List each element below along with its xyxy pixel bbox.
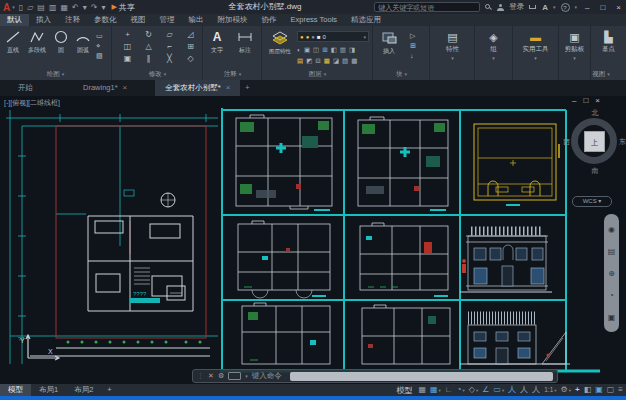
file-tab-drawing1[interactable]: Drawing1* × xyxy=(73,80,137,96)
search-icon[interactable] xyxy=(485,4,492,11)
ribbon-tab-output[interactable]: 输出 xyxy=(182,14,211,26)
viewcube[interactable]: 北 南 西 东 上 xyxy=(566,108,624,194)
clean-screen-toggle[interactable]: ▢ xyxy=(607,384,615,396)
file-tab-start[interactable]: 开始 xyxy=(8,80,43,96)
drawing-area[interactable]: ???? ?? xyxy=(0,96,626,384)
signin-label[interactable]: 登录 xyxy=(509,2,524,12)
layer-tool-icon[interactable]: ⊟ xyxy=(315,57,320,65)
annotation-visibility-toggle[interactable]: 人 xyxy=(508,384,516,396)
ribbon-tab-view[interactable]: 视图 xyxy=(124,14,153,26)
layer-tool-icon[interactable]: ▦ xyxy=(324,57,330,65)
command-line[interactable]: ⋮ ✕ ⚙ ▾ 键入命令 xyxy=(192,369,558,383)
save-as-icon[interactable]: ▥ xyxy=(49,3,57,12)
new-drawing-tab-button[interactable]: + xyxy=(240,80,254,96)
new-file-icon[interactable]: ▯ xyxy=(19,3,23,12)
app-store-cart-icon[interactable] xyxy=(529,4,537,11)
redo-dropdown-icon[interactable]: ▾ xyxy=(101,3,105,12)
stretch-tool-icon[interactable]: ▣ xyxy=(117,54,138,66)
command-dropdown-icon[interactable]: ▾ xyxy=(245,373,248,379)
insert-block-button[interactable]: 插入 xyxy=(376,30,402,56)
layer-on-bulb-icon[interactable]: ● xyxy=(300,34,304,40)
showmotion-icon[interactable]: ▣ xyxy=(608,313,616,322)
arc-tool[interactable]: 圆弧 xyxy=(70,30,96,55)
autodesk-dropdown-icon[interactable]: ▾ xyxy=(553,4,556,10)
dimension-tool[interactable]: 标注 xyxy=(232,30,258,55)
block-create-icon[interactable]: ⊞ xyxy=(410,41,416,50)
command-grip[interactable]: ⋮ xyxy=(197,372,204,380)
close-tab-icon[interactable]: × xyxy=(226,80,231,96)
groups-dropdown-icon[interactable]: ▾ xyxy=(492,55,495,61)
help-icon[interactable]: ? xyxy=(561,3,570,12)
rotate-tool-icon[interactable]: ↻ xyxy=(138,30,159,42)
command-close-icon[interactable]: ✕ xyxy=(208,372,214,380)
rectangle-tool-icon[interactable]: ▭ xyxy=(96,31,103,40)
layer-dropdown-icon[interactable]: ▾ xyxy=(363,34,366,40)
viewcube-east-label[interactable]: 东 xyxy=(619,137,626,147)
save-icon[interactable]: ▤ xyxy=(37,3,45,12)
ribbon-tab-annotate[interactable]: 注释 xyxy=(58,14,87,26)
ribbon-tab-insert[interactable]: 插入 xyxy=(29,14,58,26)
object-snap-toggle[interactable]: ▭▾ xyxy=(493,384,504,396)
layer-tool-icon[interactable]: ◩ xyxy=(306,57,312,65)
panel-view-label[interactable]: 视图 ▾ xyxy=(576,70,626,79)
viewcube-west-label[interactable]: 西 xyxy=(563,137,570,147)
selected-text-block[interactable] xyxy=(130,298,160,303)
utilities-dropdown-icon[interactable]: ▾ xyxy=(534,55,537,61)
copy-tool-icon[interactable]: ◫ xyxy=(117,42,138,54)
move-tool-icon[interactable]: + xyxy=(117,30,138,42)
explode-tool-icon[interactable]: ╳ xyxy=(159,54,180,66)
ortho-mode-toggle[interactable]: ∟ xyxy=(445,384,453,396)
customization-menu-button[interactable]: ≡ xyxy=(618,384,623,396)
navigation-wheel-icon[interactable]: ◉ xyxy=(608,225,615,234)
ribbon-tab-featured-apps[interactable]: 精选应用 xyxy=(344,14,388,26)
open-file-icon[interactable]: ▱ xyxy=(27,3,33,12)
array-tool-icon[interactable]: ⊞ xyxy=(180,42,201,54)
annotation-monitor-toggle[interactable]: + xyxy=(575,384,580,396)
layer-tool-icon[interactable]: ◨ xyxy=(349,46,355,54)
user-icon[interactable] xyxy=(497,4,504,11)
block-attributes-icon[interactable]: ↓ xyxy=(410,51,416,60)
panel-utilities[interactable]: ▬ 实用工具 ▾ xyxy=(513,26,559,80)
layer-tool-icon[interactable]: ▥ xyxy=(340,46,346,54)
offset-tool-icon[interactable]: ∥ xyxy=(138,54,159,66)
panel-annotate-label[interactable]: 注释 ▾ xyxy=(204,70,261,79)
undo-icon[interactable]: ↶ xyxy=(72,3,79,12)
block-edit-icon[interactable]: ▷ xyxy=(410,31,416,40)
workspace-switching-button[interactable]: ⚙▾ xyxy=(561,384,571,396)
clipboard-dropdown-icon[interactable]: ▾ xyxy=(573,55,576,61)
search-input[interactable] xyxy=(374,2,480,12)
layer-select-dropdown[interactable]: ● ● ● ■ 0 ▾ xyxy=(297,31,369,42)
line-tool[interactable]: 直线 xyxy=(0,30,26,55)
drawing-close-button[interactable]: × xyxy=(595,96,600,105)
recent-commands-icon[interactable] xyxy=(228,372,241,380)
erase-tool-icon[interactable]: ◿ xyxy=(180,30,201,42)
layer-tool-icon[interactable]: ▤ xyxy=(297,57,303,65)
viewport-controls-label[interactable]: [-][俯视][二维线框] xyxy=(4,98,60,108)
command-input-placeholder[interactable]: 键入命令 xyxy=(252,371,282,381)
model-space-toggle[interactable]: 模型 xyxy=(396,385,412,396)
autodesk-a-icon[interactable]: A xyxy=(542,3,548,12)
zoom-icon[interactable]: ⊕ xyxy=(608,269,615,278)
trim-tool-icon[interactable]: ▱ xyxy=(159,30,180,42)
scale-tool-icon[interactable]: ◇ xyxy=(180,54,201,66)
layer-tool-icon[interactable]: ◐ xyxy=(297,46,301,54)
text-tool[interactable]: A 文字 xyxy=(204,30,230,55)
layer-lock-icon[interactable]: ● xyxy=(311,34,315,40)
plot-icon[interactable]: ▦ xyxy=(60,3,68,12)
panel-properties[interactable]: ▤ 特性 ▾ xyxy=(431,26,475,80)
undo-dropdown-icon[interactable]: ▾ xyxy=(83,3,87,12)
viewcube-top-face[interactable]: 上 xyxy=(584,131,605,152)
new-layout-button[interactable]: + xyxy=(101,384,117,396)
redo-icon[interactable]: ↷ xyxy=(91,3,98,12)
viewcube-north-label[interactable]: 北 xyxy=(566,108,624,118)
layer-freeze-icon[interactable]: ● xyxy=(306,34,310,40)
mirror-tool-icon[interactable]: △ xyxy=(138,42,159,54)
maximize-button[interactable]: □ xyxy=(597,3,608,12)
close-button[interactable]: × xyxy=(613,3,624,12)
properties-dropdown-icon[interactable]: ▾ xyxy=(451,55,454,61)
graphics-performance-toggle[interactable]: ▣ xyxy=(595,384,603,396)
wcs-dropdown[interactable]: WCS ▾ xyxy=(572,196,612,207)
minimize-button[interactable]: – xyxy=(582,3,592,12)
command-input-field[interactable] xyxy=(290,372,553,381)
layer-tool-icon[interactable]: ⊞ xyxy=(322,46,327,54)
